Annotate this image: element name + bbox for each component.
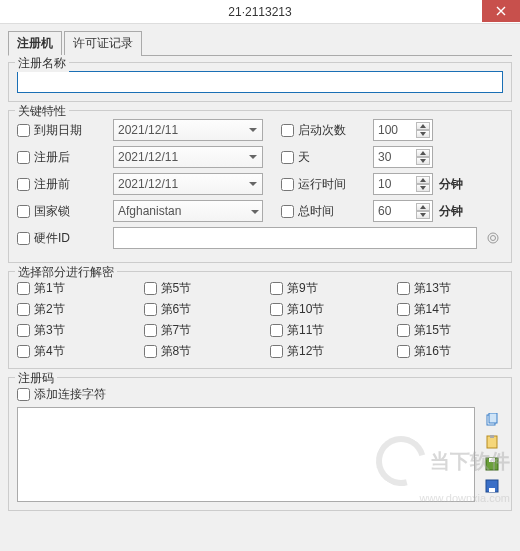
- section-checkbox[interactable]: [270, 345, 283, 358]
- regcode-toolbar: [481, 407, 503, 502]
- section-item[interactable]: 第10节: [270, 301, 377, 318]
- window-title: 21·2113213: [228, 5, 291, 19]
- close-icon: [496, 6, 506, 16]
- svg-rect-5: [490, 435, 494, 438]
- check-after-reg[interactable]: 注册后: [17, 149, 107, 166]
- reg-name-input[interactable]: [17, 71, 503, 93]
- section-checkbox[interactable]: [397, 303, 410, 316]
- section-checkbox[interactable]: [144, 324, 157, 337]
- section-checkbox[interactable]: [397, 345, 410, 358]
- load-icon[interactable]: [483, 477, 501, 495]
- group-reg-name: 注册名称: [8, 62, 512, 102]
- copy-icon[interactable]: [483, 411, 501, 429]
- checkbox-hardware-id[interactable]: [17, 232, 30, 245]
- checkbox-total-time[interactable]: [281, 205, 294, 218]
- section-label: 第14节: [414, 301, 451, 318]
- svg-rect-7: [489, 458, 495, 462]
- check-append-sep[interactable]: 添加连接字符: [17, 386, 106, 403]
- check-before-reg[interactable]: 注册前: [17, 176, 107, 193]
- checkbox-expire-date[interactable]: [17, 124, 30, 137]
- window-body: 注册机 许可证记录 注册名称 关键特性 到期日期 启: [0, 24, 520, 551]
- section-checkbox[interactable]: [270, 303, 283, 316]
- fingerprint-icon[interactable]: [483, 228, 503, 248]
- spinner-days[interactable]: [415, 148, 431, 166]
- app-window: 21·2113213 注册机 许可证记录 注册名称 关键特性 到期日期: [0, 0, 520, 551]
- checkbox-before-reg[interactable]: [17, 178, 30, 191]
- section-checkbox[interactable]: [17, 345, 30, 358]
- section-label: 第6节: [161, 301, 192, 318]
- tab-license-log[interactable]: 许可证记录: [64, 31, 142, 56]
- check-hardware-id[interactable]: 硬件ID: [17, 230, 107, 247]
- check-run-time[interactable]: 运行时间: [281, 176, 367, 193]
- date-expire[interactable]: [113, 119, 263, 141]
- checkbox-run-time[interactable]: [281, 178, 294, 191]
- check-country-lock[interactable]: 国家锁: [17, 203, 107, 220]
- section-checkbox[interactable]: [17, 282, 30, 295]
- section-label: 第8节: [161, 343, 192, 360]
- date-after-reg[interactable]: [113, 146, 263, 168]
- section-item[interactable]: 第16节: [397, 343, 504, 360]
- section-item[interactable]: 第14节: [397, 301, 504, 318]
- input-hardware-id[interactable]: [113, 227, 477, 249]
- check-launch-count[interactable]: 启动次数: [281, 122, 367, 139]
- section-item[interactable]: 第8节: [144, 343, 251, 360]
- close-button[interactable]: [482, 0, 520, 22]
- select-country[interactable]: [113, 200, 263, 222]
- checkbox-append-sep[interactable]: [17, 388, 30, 401]
- section-label: 第7节: [161, 322, 192, 339]
- check-days[interactable]: 天: [281, 149, 367, 166]
- check-expire-date[interactable]: 到期日期: [17, 122, 107, 139]
- checkbox-country-lock[interactable]: [17, 205, 30, 218]
- section-item[interactable]: 第13节: [397, 280, 504, 297]
- spinner-total-time[interactable]: [415, 202, 431, 220]
- section-checkbox[interactable]: [270, 324, 283, 337]
- section-label: 第12节: [287, 343, 324, 360]
- unit-total-time: 分钟: [439, 203, 471, 220]
- section-item[interactable]: 第2节: [17, 301, 124, 318]
- svg-point-1: [491, 236, 496, 241]
- save-icon[interactable]: [483, 455, 501, 473]
- spinner-run-time[interactable]: [415, 175, 431, 193]
- section-checkbox[interactable]: [397, 324, 410, 337]
- group-sections: 选择部分进行解密 第1节第5节第9节第13节第2节第6节第10节第14节第3节第…: [8, 271, 512, 369]
- paste-icon[interactable]: [483, 433, 501, 451]
- group-label-sections: 选择部分进行解密: [15, 264, 117, 281]
- section-checkbox[interactable]: [144, 345, 157, 358]
- section-item[interactable]: 第15节: [397, 322, 504, 339]
- group-key-props: 关键特性 到期日期 启动次数: [8, 110, 512, 263]
- section-item[interactable]: 第4节: [17, 343, 124, 360]
- svg-rect-3: [489, 413, 497, 423]
- calendar-icon[interactable]: [245, 175, 261, 193]
- section-checkbox[interactable]: [17, 303, 30, 316]
- section-checkbox[interactable]: [144, 282, 157, 295]
- group-label-key-props: 关键特性: [15, 103, 69, 120]
- section-item[interactable]: 第9节: [270, 280, 377, 297]
- checkbox-after-reg[interactable]: [17, 151, 30, 164]
- section-checkbox[interactable]: [397, 282, 410, 295]
- section-label: 第10节: [287, 301, 324, 318]
- calendar-icon[interactable]: [245, 148, 261, 166]
- section-label: 第11节: [287, 322, 324, 339]
- date-before-reg[interactable]: [113, 173, 263, 195]
- section-item[interactable]: 第7节: [144, 322, 251, 339]
- regcode-textarea[interactable]: [17, 407, 475, 502]
- section-item[interactable]: 第1节: [17, 280, 124, 297]
- section-item[interactable]: 第6节: [144, 301, 251, 318]
- section-label: 第1节: [34, 280, 65, 297]
- group-label-reg-code: 注册码: [15, 370, 57, 387]
- checkbox-days[interactable]: [281, 151, 294, 164]
- section-checkbox[interactable]: [144, 303, 157, 316]
- section-item[interactable]: 第5节: [144, 280, 251, 297]
- calendar-icon[interactable]: [245, 121, 261, 139]
- section-label: 第3节: [34, 322, 65, 339]
- section-item[interactable]: 第12节: [270, 343, 377, 360]
- tab-register[interactable]: 注册机: [8, 31, 62, 56]
- section-checkbox[interactable]: [270, 282, 283, 295]
- section-item[interactable]: 第11节: [270, 322, 377, 339]
- checkbox-launch-count[interactable]: [281, 124, 294, 137]
- spinner-launch-count[interactable]: [415, 121, 431, 139]
- section-item[interactable]: 第3节: [17, 322, 124, 339]
- svg-rect-9: [489, 488, 495, 492]
- section-checkbox[interactable]: [17, 324, 30, 337]
- check-total-time[interactable]: 总时间: [281, 203, 367, 220]
